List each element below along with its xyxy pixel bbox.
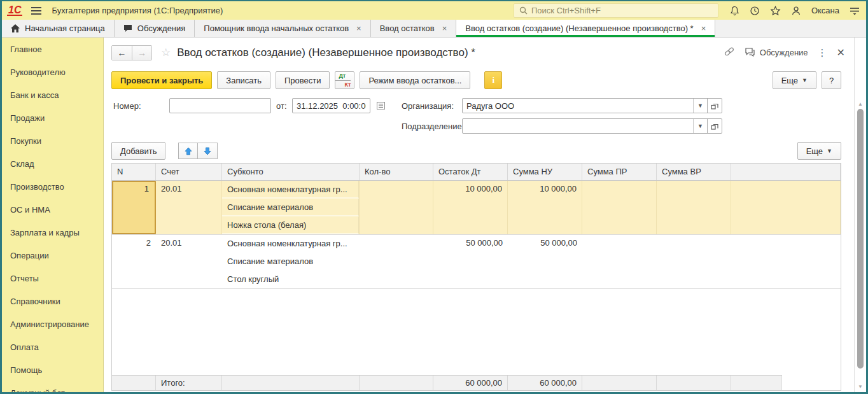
more-dots-icon[interactable]: ⋮ — [818, 47, 827, 59]
sidebar-item[interactable]: Операции — [2, 244, 103, 267]
add-favorite-star-icon[interactable]: ☆ — [161, 46, 171, 59]
cell-subconto[interactable]: Основная номенклатурная гр...Списание ма… — [222, 235, 360, 288]
cell-n[interactable]: 1 — [112, 181, 156, 234]
cell-sum-nu[interactable]: 10 000,00 — [508, 181, 582, 234]
more-button-table[interactable]: Еще▼ — [797, 142, 841, 160]
sidebar-item[interactable]: ОС и НМА — [2, 198, 103, 221]
cell-extra[interactable] — [731, 181, 841, 234]
service-menu-icon[interactable] — [850, 6, 860, 15]
subconto-line[interactable]: Стол круглый — [222, 271, 360, 288]
add-row-button[interactable]: Добавить — [111, 142, 165, 160]
balance-entry-mode-button[interactable]: Режим ввода остатков... — [360, 71, 470, 89]
dt-kt-button[interactable]: Дт Кт — [335, 71, 354, 89]
table-empty-area[interactable] — [112, 289, 841, 375]
discussion-icon[interactable] — [745, 47, 755, 59]
sidebar-item[interactable]: Банк и касса — [2, 83, 103, 106]
post-button[interactable]: Провести — [276, 71, 330, 89]
column-header[interactable]: Остаток Дт — [433, 164, 508, 180]
back-arrow-button[interactable]: ← — [112, 46, 132, 60]
user-icon[interactable] — [791, 6, 801, 16]
cell-balance-dt[interactable]: 10 000,00 — [433, 181, 508, 234]
scrollbar-thumb[interactable] — [857, 109, 864, 369]
cell-balance-dt[interactable]: 50 000,00 — [433, 235, 508, 288]
tab-5[interactable]: Ввод остатков (создание) (Незавершенное … — [456, 20, 715, 37]
more-button-top[interactable]: Еще▼ — [773, 71, 816, 89]
organization-select[interactable]: Радуга ООО ▼ — [462, 98, 722, 113]
move-up-icon[interactable] — [178, 143, 198, 159]
cell-extra[interactable] — [731, 235, 841, 288]
cell-sum-vr[interactable] — [657, 235, 731, 288]
subconto-line[interactable]: Ножка стола (белая) — [222, 216, 359, 234]
main-menu-icon[interactable] — [31, 5, 41, 17]
journal-list-icon[interactable] — [375, 100, 386, 111]
cell-sum-pr[interactable] — [582, 235, 657, 288]
column-header[interactable] — [731, 164, 841, 180]
sidebar-item[interactable]: Продажи — [2, 106, 103, 129]
close-form-icon[interactable]: ✕ — [837, 46, 845, 59]
tab-3[interactable]: Помощник ввода начальных остатков× — [195, 20, 370, 37]
department-dropdown-icon[interactable]: ▼ — [693, 119, 707, 133]
sidebar-item[interactable]: Дежурный бот — [2, 381, 103, 392]
column-header[interactable]: Сумма ПР — [582, 164, 657, 180]
sidebar-item[interactable]: Оплата — [2, 335, 103, 358]
department-select[interactable]: ▼ — [462, 118, 722, 134]
sidebar-item[interactable]: Помощь — [2, 358, 103, 381]
info-icon[interactable]: i — [484, 71, 502, 89]
subconto-line[interactable]: Основная номенклатурная гр... — [222, 235, 360, 253]
tab-2[interactable]: Обсуждения — [115, 20, 195, 37]
forward-arrow-button[interactable]: → — [132, 46, 151, 60]
cell-n[interactable]: 2 — [112, 235, 156, 288]
sidebar-item[interactable]: Производство — [2, 175, 103, 198]
vertical-scrollbar[interactable]: ▲ ▼ — [855, 38, 866, 392]
organization-dropdown-icon[interactable]: ▼ — [693, 99, 707, 113]
department-open-icon[interactable] — [707, 119, 722, 133]
sidebar-item[interactable]: Главное — [2, 38, 103, 60]
subconto-line[interactable]: Списание материалов — [222, 253, 360, 271]
history-icon[interactable] — [750, 6, 760, 16]
column-header[interactable]: Кол-во — [360, 164, 433, 180]
organization-open-icon[interactable] — [707, 99, 722, 113]
user-name[interactable]: Оксана — [811, 6, 839, 15]
subconto-line[interactable]: Списание материалов — [222, 199, 359, 216]
sidebar-item[interactable]: Зарплата и кадры — [2, 221, 103, 244]
table-row[interactable]: 120.01Основная номенклатурная гр...Списа… — [112, 181, 841, 235]
tab-close-icon[interactable]: × — [356, 24, 361, 33]
cell-qty[interactable] — [360, 181, 433, 234]
column-header[interactable]: Сумма НУ — [508, 164, 582, 180]
cell-sum-nu[interactable]: 50 000,00 — [508, 235, 582, 288]
scroll-down-icon[interactable]: ▼ — [857, 384, 864, 390]
help-button[interactable]: ? — [822, 71, 841, 89]
move-down-icon[interactable] — [198, 143, 218, 159]
get-link-icon[interactable] — [724, 46, 735, 59]
subconto-line[interactable]: Основная номенклатурная гр... — [222, 181, 359, 199]
cell-account[interactable]: 20.01 — [156, 235, 222, 288]
column-header[interactable]: Счет — [156, 164, 222, 180]
cell-qty[interactable] — [360, 235, 433, 288]
post-and-close-button[interactable]: Провести и закрыть — [111, 71, 212, 89]
sidebar-item[interactable]: Отчеты — [2, 267, 103, 290]
tab-4[interactable]: Ввод остатков× — [371, 20, 457, 37]
cell-sum-vr[interactable] — [657, 181, 731, 234]
tab-1[interactable]: Начальная страница — [2, 20, 115, 37]
sidebar-item[interactable]: Покупки — [2, 129, 103, 152]
cell-sum-pr[interactable] — [582, 181, 657, 234]
save-button[interactable]: Записать — [217, 71, 270, 89]
scroll-up-icon[interactable]: ▲ — [857, 101, 864, 107]
sidebar-item[interactable]: Администрирование — [2, 313, 103, 335]
sidebar-item[interactable]: Справочники — [2, 290, 103, 313]
notifications-bell-icon[interactable] — [730, 6, 739, 16]
column-header[interactable]: Сумма ВР — [657, 164, 731, 180]
column-header[interactable]: Субконто — [222, 164, 360, 180]
cell-subconto[interactable]: Основная номенклатурная гр...Списание ма… — [222, 181, 360, 234]
date-input[interactable] — [292, 98, 370, 113]
sidebar-item[interactable]: Склад — [2, 152, 103, 175]
discussion-label[interactable]: Обсуждение — [760, 48, 808, 57]
column-header[interactable]: N — [112, 164, 156, 180]
favorites-star-icon[interactable] — [770, 6, 781, 16]
tab-close-icon[interactable]: × — [442, 24, 447, 33]
global-search-input[interactable]: Поиск Ctrl+Shift+F — [514, 3, 718, 18]
tab-close-icon[interactable]: × — [701, 24, 706, 33]
number-input[interactable] — [169, 98, 271, 113]
sidebar-item[interactable]: Руководителю — [2, 60, 103, 83]
cell-account[interactable]: 20.01 — [156, 181, 222, 234]
